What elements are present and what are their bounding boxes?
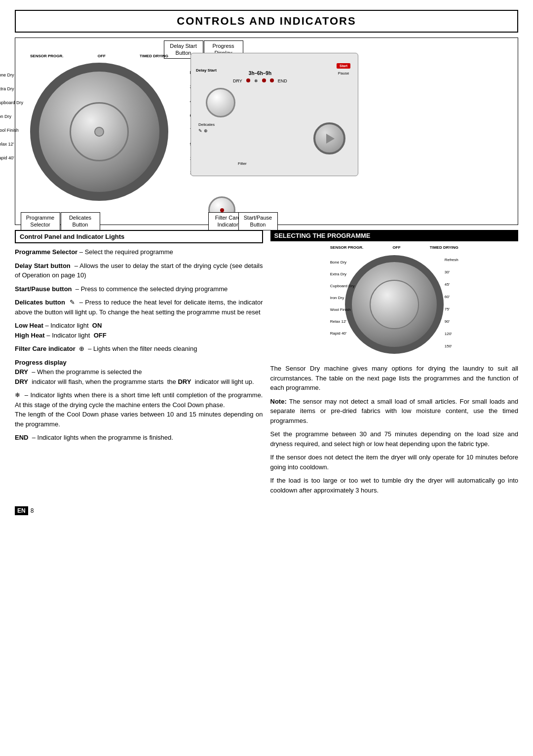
dial-prog-wool-finish: Wool Finish: [0, 128, 23, 133]
dial-prog-extra-dry: Extra Dry: [0, 86, 23, 91]
delay-start-desc: Delay Start button – Allows the user to …: [15, 261, 263, 280]
heat-indicators: Low Heat – Indicator light ON High Heat …: [15, 321, 263, 340]
dial-label-timed: TIMED DRYING: [140, 54, 168, 58]
snowflake-desc: ❄ – Indicator lights when there is a sho…: [15, 390, 263, 429]
dry-led3: [270, 78, 274, 83]
progress-display-section: Progress display DRY – When the programm…: [15, 358, 263, 387]
sensor-dry-para1: The Sensor Dry machine gives many option…: [270, 364, 519, 393]
small-dial-60: 60': [445, 295, 450, 299]
pause-label: Pause: [338, 71, 349, 76]
dial-label-sensor: SENSOR PROGR.: [30, 54, 64, 58]
small-dial-label-sensor: SENSOR PROGR.: [330, 245, 364, 250]
dial-prog-iron-dry: Iron Dry: [0, 114, 23, 119]
dial-ring[interactable]: [30, 63, 168, 201]
small-dial-label-off: OFF: [393, 245, 401, 250]
filter-care-desc: Filter Care indicator ⊕ – Lights when th…: [15, 344, 263, 354]
dial-prog-bone-dry: Bone Dry: [0, 73, 23, 77]
sensor-detect-para: If the sensor does not detect the item t…: [270, 453, 519, 472]
start-pause-button[interactable]: [313, 122, 345, 154]
small-dial-rapid: Rapid 40': [330, 331, 355, 336]
small-dial-150: 150': [445, 344, 452, 348]
page-number: 8: [31, 507, 34, 514]
note-para: Note: The sensor may not detect a small …: [270, 397, 519, 426]
large-load-para: If the load is too large or too wet to t…: [270, 476, 519, 495]
svg-marker-3: [326, 134, 335, 144]
bottom-section: Control Panel and Indicator Lights Progr…: [15, 230, 518, 499]
callout-delicates-button: DelicatesButton: [61, 212, 100, 230]
delay-start-label: Delay Start: [196, 68, 217, 73]
delay-start-button[interactable]: [206, 88, 235, 117]
dial-label-off: OFF: [98, 54, 106, 58]
svg-point-1: [262, 78, 266, 82]
page-title-box: CONTROLS AND INDICATORS: [15, 10, 518, 33]
small-dial-extra-dry: Extra Dry: [330, 272, 355, 276]
dial-prog-rapid: Rapid 40': [0, 155, 23, 160]
small-dial-refresh: Refresh: [445, 258, 458, 262]
control-panel-header: Control Panel and Indicator Lights: [15, 230, 263, 243]
language-badge: EN: [15, 506, 28, 515]
start-button[interactable]: Start: [337, 63, 350, 69]
dry-indicator-label: DRY: [233, 78, 242, 83]
programme-selector-dial[interactable]: SENSOR PROGR. OFF TIMED DRYING Bone Dry …: [30, 63, 178, 211]
dial-inner: [70, 102, 129, 161]
dial-prog-relax: Relax 12': [0, 142, 23, 147]
small-dial-45: 45': [445, 282, 450, 287]
small-dial-wool-finish: Wool Finish: [330, 307, 355, 312]
dry-led: [246, 78, 250, 83]
small-dial-label-timed: TIMED DRYING: [430, 245, 458, 250]
small-dial-120: 120': [445, 332, 452, 336]
dry-led2: [262, 78, 266, 83]
diagram-section: Delay Start Button Progress Display SENS…: [15, 38, 518, 225]
callout-programme-selector: ProgrammeSelector: [21, 212, 60, 230]
svg-point-0: [246, 78, 250, 82]
filter-label-panel: Filter: [238, 161, 247, 166]
svg-point-4: [220, 208, 224, 212]
delicates-desc: Delicates button ✎ – Press to reduce the…: [15, 298, 263, 317]
small-dial-wrapper: SENSOR PROGR. OFF TIMED DRYING Bone Dry …: [330, 245, 458, 356]
small-dial-90: 90': [445, 319, 450, 324]
callout-start-pause-button: Start/PauseButton: [238, 212, 278, 230]
svg-point-2: [270, 78, 274, 82]
small-dial-container: SENSOR PROGR. OFF TIMED DRYING Bone Dry …: [270, 245, 519, 359]
end-indicator-label: END: [278, 78, 287, 83]
programme-selector-desc: Programme Selector – Select the required…: [15, 247, 263, 257]
set-programme-para: Set the programme between 30 and 75 minu…: [270, 429, 519, 449]
dial-center: [94, 127, 104, 137]
small-dial-75: 75': [445, 307, 450, 311]
small-dial-cupboard-dry: Cupboard Dry: [330, 284, 355, 288]
small-dial-bone-dry: Bone Dry: [330, 260, 355, 265]
dial-prog-cupboard-dry: Cupboard Dry: [0, 100, 23, 105]
delicates-label-panel: Delicates: [198, 122, 215, 127]
time-display: 3h–6h–9h: [233, 71, 287, 76]
page-footer: EN 8: [15, 506, 518, 515]
right-column: SELECTING THE PROGRAMME SENSOR PROGR. OF…: [270, 230, 519, 499]
small-dial-relax: Relax 12': [330, 319, 355, 324]
snowflake-icon: ❄: [254, 78, 258, 83]
selecting-programme-header: SELECTING THE PROGRAMME: [270, 230, 519, 241]
small-dial-inner: [370, 280, 419, 329]
small-dial-30: 30': [445, 270, 450, 274]
page-title: CONTROLS AND INDICATORS: [26, 15, 507, 28]
start-pause-desc: Start/Pause button – Press to commence t…: [15, 284, 263, 294]
end-desc: END – Indicator lights when the programm…: [15, 433, 263, 443]
left-column: Control Panel and Indicator Lights Progr…: [15, 230, 263, 499]
small-dial-iron-dry: Iron Dry: [330, 296, 355, 300]
